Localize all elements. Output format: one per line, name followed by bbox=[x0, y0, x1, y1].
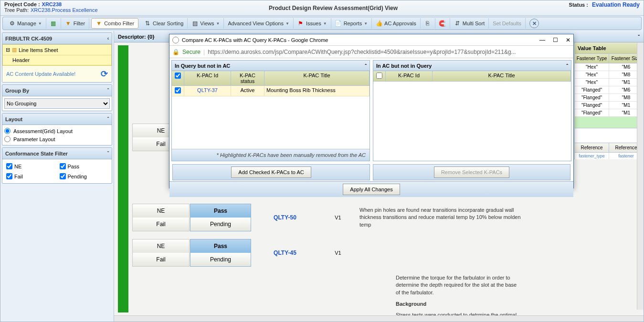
manage-button[interactable]: ⚙Manage▼ bbox=[5, 18, 46, 29]
version-cell: V1 bbox=[319, 239, 357, 267]
chevron-up-icon[interactable]: ˆ bbox=[107, 116, 109, 122]
chevron-up-icon[interactable]: ˆ bbox=[107, 88, 109, 93]
selected-row bbox=[575, 117, 644, 128]
version-cell: V1 bbox=[319, 204, 357, 231]
excel-button[interactable]: ▦ bbox=[46, 18, 61, 29]
cb-pass[interactable] bbox=[60, 163, 66, 169]
kpac-link[interactable]: QLTY-45 bbox=[274, 249, 296, 256]
kpac-link[interactable]: QLTY-50 bbox=[274, 214, 296, 221]
tree-header-node[interactable]: Header bbox=[2, 55, 112, 65]
status-label: Status : bbox=[569, 2, 588, 8]
copy-button[interactable]: ⎘ bbox=[421, 18, 435, 29]
table-row[interactable]: "Hex""M8 bbox=[575, 71, 644, 79]
pending-button[interactable]: Pending bbox=[190, 253, 251, 266]
status-stripe bbox=[118, 45, 128, 312]
toolbar: ⚙Manage▼ ▦ ▼Filter ▼Combo Filter ⇅Clear … bbox=[2, 17, 642, 30]
sync-icon[interactable]: ⟳ bbox=[101, 69, 108, 79]
group-by-title: Group By bbox=[5, 88, 29, 93]
cb-pending[interactable] bbox=[60, 173, 66, 179]
kpac-id-link[interactable]: QLTY-37 bbox=[197, 87, 218, 93]
excel-icon: ▦ bbox=[50, 20, 57, 27]
row-checkbox[interactable] bbox=[175, 87, 181, 93]
fail-button[interactable]: Fail bbox=[133, 218, 189, 231]
reports-button[interactable]: 📄Reports▼ bbox=[331, 18, 372, 29]
url-bar[interactable]: https://demo.aurosks.com/jsp/CompareACWi… bbox=[208, 49, 570, 55]
maximize-button[interactable]: ☐ bbox=[553, 37, 558, 43]
remove-kpacs-button[interactable]: Remove Selected K-PACs bbox=[434, 166, 509, 178]
minus-icon: ⊟ bbox=[6, 47, 10, 53]
kpac-title: Mounting Boss Rib Thickness bbox=[264, 86, 370, 96]
header-bar: Project Code : XRC238 Tree Path: XRC238.… bbox=[0, 0, 644, 16]
thumb-icon: 👍 bbox=[376, 20, 382, 27]
lock-icon: 🔒 bbox=[172, 49, 179, 55]
table-row[interactable]: "Flanged""M1 bbox=[575, 102, 644, 109]
update-message: AC Content Update Available! bbox=[6, 71, 75, 77]
views-icon: ▤ bbox=[191, 20, 198, 27]
background-label: Background bbox=[396, 301, 520, 308]
apply-changes-button[interactable]: Apply All Changes bbox=[343, 184, 400, 195]
grouping-select[interactable]: No Grouping bbox=[4, 98, 110, 109]
close-toolbar-button[interactable]: ✕ bbox=[529, 19, 539, 28]
tree-path-link[interactable]: XRC238.Process Excellence bbox=[31, 7, 98, 13]
col-kpac-id: K-PAC Id bbox=[184, 71, 231, 85]
col-kpac-id: K-PAC Id bbox=[386, 71, 433, 81]
adv-view-button[interactable]: Advanced View Options▼ bbox=[224, 18, 294, 29]
set-defaults-button[interactable]: Set Defaults bbox=[489, 18, 526, 29]
table-row[interactable]: "Flanged""M8 bbox=[575, 94, 644, 102]
minimize-button[interactable]: — bbox=[539, 37, 545, 43]
chevron-down-icon[interactable]: ˇ bbox=[638, 34, 640, 40]
approvals-button[interactable]: 👍AC Approvals bbox=[372, 18, 421, 29]
conf-filter-title: Conformance State Filter bbox=[5, 151, 68, 156]
collapse-icon[interactable]: ˆ bbox=[365, 63, 367, 69]
collapse-icon[interactable]: ‹ bbox=[107, 36, 109, 41]
table-row[interactable]: "Flanged""M1 bbox=[575, 109, 644, 117]
page-title: Product Design Review Assessment(Grid) V… bbox=[269, 5, 398, 11]
tree-line-items[interactable]: ⊟▥Line Items Sheet bbox=[2, 44, 112, 55]
views-button[interactable]: ▤Views▼ bbox=[188, 18, 224, 29]
ref-sub[interactable]: fastener_type bbox=[575, 153, 609, 159]
close-button[interactable]: ✕ bbox=[566, 37, 570, 43]
copy-icon: ⎘ bbox=[424, 20, 431, 27]
cb-ne[interactable] bbox=[6, 163, 12, 169]
horizontal-scrollbar[interactable] bbox=[114, 315, 644, 322]
secure-label: Secure bbox=[182, 49, 201, 55]
status-value: Evaluation Ready bbox=[592, 1, 640, 8]
select-all-checkbox[interactable] bbox=[376, 73, 382, 79]
kpac-status: Active bbox=[231, 86, 264, 96]
sort-icon: ⇅ bbox=[144, 20, 151, 27]
vertical-scrollbar[interactable] bbox=[637, 42, 644, 310]
ref-header: Reference bbox=[575, 143, 609, 152]
project-code-label: Project Code : bbox=[4, 1, 40, 7]
magnet-icon: 🧲 bbox=[439, 20, 446, 27]
pass-button[interactable]: Pass bbox=[190, 204, 251, 218]
table-row[interactable]: "Flanged""M6 bbox=[575, 86, 644, 94]
chevron-down-icon[interactable]: ˇ bbox=[107, 151, 109, 156]
issues-icon: ⚑ bbox=[297, 20, 304, 27]
issues-button[interactable]: ⚑Issues▼ bbox=[294, 18, 331, 29]
table-row[interactable]: "Hex""M1 bbox=[575, 79, 644, 86]
magnet-button[interactable]: 🧲 bbox=[435, 18, 450, 29]
combo-filter-button[interactable]: ▼Combo Filter bbox=[91, 18, 138, 29]
combo-filter-icon: ▼ bbox=[95, 20, 102, 27]
multi-sort-button[interactable]: ⇵Multi Sort bbox=[450, 18, 489, 29]
project-code-link[interactable]: XRC238 bbox=[42, 1, 62, 7]
collapse-icon[interactable]: ˆ bbox=[566, 63, 568, 69]
pass-button[interactable]: Pass bbox=[190, 239, 251, 253]
cb-fail[interactable] bbox=[6, 173, 12, 179]
pending-button[interactable]: Pending bbox=[190, 218, 251, 231]
row-description: Determine the torque for the farbulator … bbox=[396, 274, 520, 296]
layout-radio-param[interactable] bbox=[4, 136, 11, 142]
clear-sorting-button[interactable]: ⇅Clear Sorting bbox=[140, 18, 188, 29]
left-panel-title: In Query but not in AC bbox=[175, 63, 230, 69]
add-kpacs-button[interactable]: Add Checked K-PACs to AC bbox=[231, 166, 311, 178]
ne-button[interactable]: NE bbox=[133, 204, 189, 218]
value-table-title: Value Table bbox=[575, 42, 644, 54]
ne-button[interactable]: NE bbox=[133, 239, 189, 253]
row-description: When pin holes are found near transition… bbox=[359, 207, 528, 229]
table-row[interactable]: "Hex""M6 bbox=[575, 63, 644, 71]
layout-radio-grid[interactable] bbox=[4, 128, 11, 134]
right-panel-title: In AC but not in Query bbox=[376, 63, 432, 69]
filter-button[interactable]: ▼Filter bbox=[61, 18, 89, 29]
fail-button[interactable]: Fail bbox=[133, 253, 189, 266]
select-all-checkbox[interactable] bbox=[175, 73, 181, 79]
